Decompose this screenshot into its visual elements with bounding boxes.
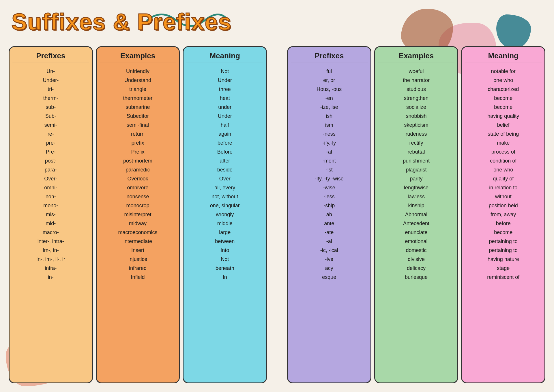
list-item: Antecedent	[403, 220, 429, 227]
list-item: pertaining to	[489, 238, 518, 245]
list-item: in relation to	[489, 184, 517, 192]
meaning-col-2: Meaning notable forone whocharacterizedb…	[461, 46, 545, 383]
list-item: rectify	[409, 139, 423, 147]
list-item: belief	[497, 121, 510, 129]
examples-col-2: Examples woefulthe narratorstudiousstren…	[374, 46, 458, 383]
list-item: mis-	[46, 211, 56, 219]
list-item: without	[495, 193, 512, 201]
list-item: Over-	[44, 175, 57, 183]
list-item: lawless	[408, 193, 425, 201]
list-item: burlesque	[405, 273, 428, 281]
prefixes-col-1: Prefixes Un-Under-tri-therm-sub-Sub-semi…	[9, 46, 93, 383]
list-item: Under-	[43, 76, 59, 84]
list-item: again	[218, 130, 231, 138]
list-item: one who	[493, 166, 513, 174]
list-item: Hous, -ous	[317, 85, 342, 93]
list-item: Before	[217, 148, 233, 156]
list-item: become	[494, 229, 512, 236]
list-item: macro-	[43, 229, 59, 236]
list-item: Understand	[124, 76, 151, 84]
table-group-2: Prefixes fuler, orHous, -ous-en-ize, ise…	[287, 46, 545, 383]
meaning-items-1: NotUnderthreeheatunderUnderhalfagainbefo…	[186, 68, 263, 281]
list-item: in-	[48, 273, 54, 281]
page-title: Suffixes & Prefixes	[12, 9, 232, 35]
list-item: infra-	[45, 264, 57, 272]
list-item: infrared	[129, 264, 147, 272]
list-item: -en	[325, 94, 333, 102]
list-item: triangle	[129, 85, 146, 93]
list-item: Unfriendly	[126, 68, 149, 75]
list-item: Not	[221, 255, 229, 263]
list-item: post-	[45, 157, 57, 165]
list-item: not, without	[212, 193, 238, 201]
list-item: from, away	[491, 211, 516, 219]
list-item: ish	[326, 112, 332, 120]
list-item: Subeditor	[127, 112, 149, 120]
list-item: ful	[326, 68, 332, 75]
list-item: prefix	[132, 139, 144, 147]
list-item: become	[494, 94, 512, 102]
list-item: -al	[326, 148, 332, 156]
list-item: process of	[491, 148, 515, 156]
prefixes-col-2: Prefixes fuler, orHous, -ous-en-ize, ise…	[287, 46, 371, 383]
list-item: stage	[497, 264, 510, 272]
list-item: -ic, -ical	[320, 247, 338, 254]
list-item: after	[220, 157, 230, 165]
list-item: quality of	[493, 175, 514, 183]
list-item: therm-	[43, 94, 58, 102]
list-item: semi-final	[127, 121, 149, 129]
list-item: return	[131, 130, 145, 138]
list-item: omni-	[44, 184, 57, 192]
list-item: mid-	[46, 220, 56, 227]
list-item: -ate	[325, 229, 334, 236]
list-item: re-	[48, 130, 54, 138]
list-item: large	[219, 229, 231, 236]
list-item: monocrop	[126, 202, 149, 210]
prefixes-items-1: Un-Under-tri-therm-sub-Sub-semi-re-pre-P…	[12, 68, 89, 281]
list-item: notable for	[491, 68, 516, 75]
list-item: snobbish	[406, 112, 426, 120]
list-item: omnivore	[127, 184, 148, 192]
examples-items-1: UnfriendlyUnderstandtrianglethermometers…	[100, 68, 176, 281]
list-item: become	[494, 103, 512, 111]
list-item: having nature	[488, 255, 519, 263]
list-item: divisive	[408, 255, 425, 263]
meaning-header-1: Meaning	[186, 51, 263, 63]
list-item: Sub-	[45, 112, 56, 120]
list-item: kinship	[408, 202, 424, 210]
prefixes-header-1: Prefixes	[12, 51, 89, 63]
list-item: Over	[219, 175, 231, 183]
list-item: Under	[218, 112, 232, 120]
list-item: Into	[220, 247, 229, 254]
list-item: having quality	[487, 112, 519, 120]
list-item: -ship	[323, 202, 335, 210]
list-item: make	[497, 139, 510, 147]
list-item: one who	[493, 76, 513, 84]
list-item: midway	[129, 220, 147, 227]
list-item: Un-	[46, 68, 55, 75]
list-item: the narrator	[403, 76, 430, 84]
list-item: Pre-	[46, 148, 56, 156]
examples-header-1: Examples	[100, 51, 176, 63]
list-item: thermometer	[123, 94, 152, 102]
list-item: under	[218, 103, 231, 111]
list-item: -lst	[326, 166, 333, 174]
list-item: In	[223, 273, 227, 281]
list-item: skepticism	[404, 121, 428, 129]
list-item: submarine	[126, 103, 150, 111]
main-content: Prefixes Un-Under-tri-therm-sub-Sub-semi…	[6, 43, 548, 386]
list-item: all, every	[214, 184, 235, 192]
list-item: paramedic	[126, 166, 150, 174]
list-item: -al	[326, 238, 332, 245]
list-item: domestic	[406, 247, 426, 254]
prefixes-items-2: fuler, orHous, -ous-en-ize, iseishism-ne…	[291, 68, 368, 281]
list-item: ism	[325, 121, 333, 129]
meaning-header-2: Meaning	[465, 51, 542, 63]
list-item: intermediate	[123, 238, 152, 245]
list-item: studious	[407, 85, 426, 93]
list-item: half	[221, 121, 229, 129]
list-item: condition of	[490, 157, 516, 165]
list-item: plagiarist	[406, 166, 426, 174]
list-item: before	[496, 220, 511, 227]
list-item: tri-	[48, 85, 54, 93]
